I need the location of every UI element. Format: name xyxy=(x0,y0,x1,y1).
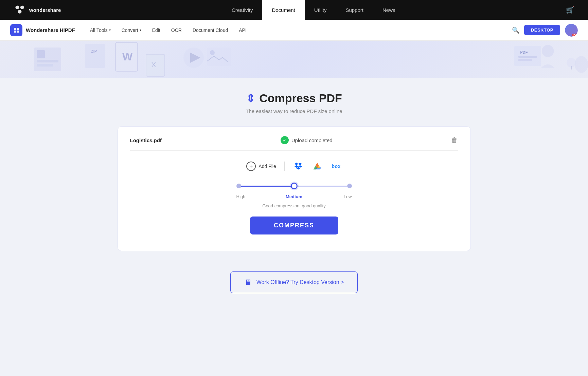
monitor-icon: 🖥 xyxy=(244,278,252,287)
offline-banner: 🖥 Work Offline? Try Desktop Version > xyxy=(118,271,471,293)
compress-button[interactable]: COMPRESS xyxy=(250,217,338,234)
slider-labels: High Medium Low xyxy=(236,194,352,199)
slider-line-left xyxy=(241,186,291,187)
svg-rect-5 xyxy=(37,60,58,62)
svg-rect-7 xyxy=(85,44,105,68)
svg-rect-4 xyxy=(37,50,45,58)
file-name: Logistics.pdf xyxy=(130,137,162,143)
slider-dot-medium[interactable] xyxy=(291,183,298,189)
sec-nav-right: 🔍 DESKTOP Pro xyxy=(512,24,578,37)
chevron-down-icon: ▾ xyxy=(109,28,111,32)
label-high: High xyxy=(236,194,257,199)
upload-card: Logistics.pdf ✓ Upload completed 🗑 + Add… xyxy=(118,126,471,251)
hipdf-brand[interactable]: Wondershare HiPDF xyxy=(10,24,75,36)
page-title-section: ⇕ Compress PDF The easiest way to reduce… xyxy=(118,92,471,114)
nav-support[interactable]: Support xyxy=(336,0,373,20)
logo-text: wondershare xyxy=(29,7,61,13)
nav-news[interactable]: News xyxy=(373,0,405,20)
hipdf-icon xyxy=(10,24,22,36)
label-low: Low xyxy=(332,194,352,199)
slider-line-right xyxy=(298,186,347,187)
user-avatar[interactable]: Pro xyxy=(565,24,578,37)
divider xyxy=(284,162,285,171)
google-drive-icon[interactable] xyxy=(312,162,323,171)
page-title: ⇕ Compress PDF xyxy=(118,92,471,105)
svg-rect-6 xyxy=(37,64,53,67)
svg-rect-20 xyxy=(518,56,537,58)
svg-text:W: W xyxy=(122,51,133,63)
compress-btn-wrap: COMPRESS xyxy=(130,217,458,234)
search-icon[interactable]: 🔍 xyxy=(512,26,519,34)
cart-icon[interactable]: 🛒 xyxy=(566,6,574,14)
pro-badge: Pro xyxy=(572,34,578,37)
sec-nav-convert[interactable]: Convert ▾ xyxy=(117,25,146,35)
slider-dot-high[interactable] xyxy=(236,184,241,188)
box-icon[interactable]: box xyxy=(331,162,342,171)
desktop-button[interactable]: DESKTOP xyxy=(524,25,560,35)
svg-point-1 xyxy=(20,5,24,9)
add-file-button[interactable]: + Add File xyxy=(246,162,276,171)
offline-banner-inner[interactable]: 🖥 Work Offline? Try Desktop Version > xyxy=(230,271,358,293)
compress-icon: ⇕ xyxy=(246,92,255,105)
svg-point-23 xyxy=(574,56,588,73)
svg-point-22 xyxy=(567,58,576,68)
slider-dot-low[interactable] xyxy=(347,184,352,188)
svg-point-2 xyxy=(18,10,22,14)
sec-nav-ocr[interactable]: OCR xyxy=(166,25,186,35)
compression-description: Good compression, good quality xyxy=(262,203,325,208)
delete-file-button[interactable]: 🗑 xyxy=(451,136,458,144)
upload-status: ✓ Upload completed xyxy=(281,136,333,144)
main-content: ⇕ Compress PDF The easiest way to reduce… xyxy=(107,78,481,314)
sec-nav-all-tools[interactable]: All Tools ▾ xyxy=(85,25,115,35)
top-nav-right: 🛒 xyxy=(566,6,574,14)
page-subtitle: The easiest way to reduce PDF size onlin… xyxy=(118,108,471,114)
brand-text: Wondershare HiPDF xyxy=(26,27,75,33)
svg-point-0 xyxy=(15,5,19,9)
svg-text:PDF: PDF xyxy=(520,50,528,54)
sec-nav-edit[interactable]: Edit xyxy=(147,25,165,35)
svg-point-16 xyxy=(210,50,215,55)
add-file-circle-icon: + xyxy=(246,162,256,171)
top-nav: wondershare Creativity Document Utility … xyxy=(0,0,588,20)
svg-text:X: X xyxy=(151,60,156,69)
secondary-nav: Wondershare HiPDF All Tools ▾ Convert ▾ … xyxy=(0,20,588,41)
wondershare-logo[interactable]: wondershare xyxy=(14,4,61,16)
nav-document[interactable]: Document xyxy=(262,0,304,20)
chevron-down-icon: ▾ xyxy=(140,28,141,32)
check-circle-icon: ✓ xyxy=(281,136,289,144)
svg-text:ZIP: ZIP xyxy=(91,49,97,53)
sec-nav-api[interactable]: API xyxy=(234,25,251,35)
offline-text: Work Offline? Try Desktop Version > xyxy=(256,279,344,285)
svg-rect-21 xyxy=(518,59,532,61)
sec-nav-links: All Tools ▾ Convert ▾ Edit OCR Document … xyxy=(85,25,502,35)
hero-banner: ZIP W X PDF xyxy=(0,41,588,78)
add-file-row: + Add File box xyxy=(130,162,458,179)
slider-track xyxy=(236,183,352,189)
nav-creativity[interactable]: Creativity xyxy=(222,0,263,20)
compression-section: High Medium Low Good compression, good q… xyxy=(130,183,458,208)
svg-rect-15 xyxy=(207,48,231,66)
svg-point-17 xyxy=(542,45,554,57)
nav-utility[interactable]: Utility xyxy=(305,0,336,20)
sec-nav-document-cloud[interactable]: Document Cloud xyxy=(188,25,233,35)
top-nav-links: Creativity Document Utility Support News xyxy=(222,0,405,20)
label-medium: Medium xyxy=(284,194,304,199)
dropbox-icon[interactable] xyxy=(293,162,304,171)
file-header: Logistics.pdf ✓ Upload completed 🗑 xyxy=(130,136,458,151)
